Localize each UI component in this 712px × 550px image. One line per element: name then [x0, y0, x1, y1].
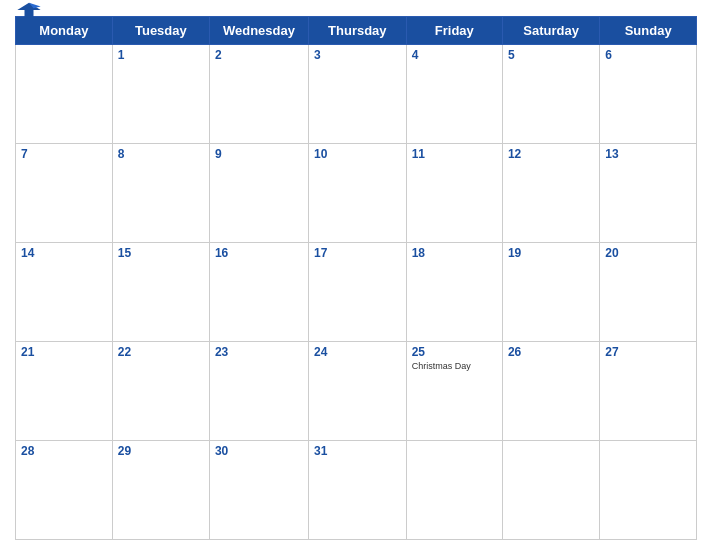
calendar-cell: 30	[209, 441, 308, 540]
calendar-cell: 2	[209, 45, 308, 144]
day-number: 30	[215, 444, 303, 458]
day-number: 15	[118, 246, 204, 260]
svg-marker-0	[17, 3, 40, 17]
day-number: 18	[412, 246, 497, 260]
day-number: 4	[412, 48, 497, 62]
calendar-cell	[600, 441, 697, 540]
day-number: 11	[412, 147, 497, 161]
calendar-cell: 29	[112, 441, 209, 540]
day-number: 12	[508, 147, 594, 161]
calendar-cell: 15	[112, 243, 209, 342]
day-number: 16	[215, 246, 303, 260]
calendar-cell: 8	[112, 144, 209, 243]
calendar-table: MondayTuesdayWednesdayThursdayFridaySatu…	[15, 16, 697, 540]
day-number: 26	[508, 345, 594, 359]
day-header-friday: Friday	[406, 17, 502, 45]
calendar-cell: 22	[112, 342, 209, 441]
day-header-wednesday: Wednesday	[209, 17, 308, 45]
calendar-cell: 4	[406, 45, 502, 144]
calendar-week-2: 78910111213	[16, 144, 697, 243]
calendar-cell: 17	[308, 243, 406, 342]
logo	[15, 1, 47, 19]
calendar-cell: 24	[308, 342, 406, 441]
day-number: 1	[118, 48, 204, 62]
calendar-cell: 23	[209, 342, 308, 441]
day-header-tuesday: Tuesday	[112, 17, 209, 45]
calendar-cell: 6	[600, 45, 697, 144]
calendar-cell: 1	[112, 45, 209, 144]
calendar-cell: 16	[209, 243, 308, 342]
calendar-cell	[406, 441, 502, 540]
day-number: 14	[21, 246, 107, 260]
calendar-cell: 20	[600, 243, 697, 342]
calendar-cell: 14	[16, 243, 113, 342]
calendar-cell: 10	[308, 144, 406, 243]
day-number: 23	[215, 345, 303, 359]
day-number: 17	[314, 246, 401, 260]
day-header-thursday: Thursday	[308, 17, 406, 45]
day-number: 25	[412, 345, 497, 359]
day-number: 28	[21, 444, 107, 458]
calendar-cell: 13	[600, 144, 697, 243]
day-number: 24	[314, 345, 401, 359]
holiday-label: Christmas Day	[412, 361, 497, 371]
calendar-week-5: 28293031	[16, 441, 697, 540]
calendar-week-1: 123456	[16, 45, 697, 144]
calendar-week-3: 14151617181920	[16, 243, 697, 342]
calendar-cell: 28	[16, 441, 113, 540]
calendar-cell: 12	[502, 144, 599, 243]
day-number: 27	[605, 345, 691, 359]
day-number: 7	[21, 147, 107, 161]
calendar-cell: 7	[16, 144, 113, 243]
day-number: 21	[21, 345, 107, 359]
day-number: 2	[215, 48, 303, 62]
day-number: 13	[605, 147, 691, 161]
day-number: 9	[215, 147, 303, 161]
calendar-cell: 5	[502, 45, 599, 144]
day-number: 29	[118, 444, 204, 458]
calendar-cell: 21	[16, 342, 113, 441]
calendar-cell: 11	[406, 144, 502, 243]
day-number: 19	[508, 246, 594, 260]
day-number: 31	[314, 444, 401, 458]
calendar-cell: 18	[406, 243, 502, 342]
calendar-body: 1234567891011121314151617181920212223242…	[16, 45, 697, 540]
calendar-cell: 31	[308, 441, 406, 540]
day-number: 5	[508, 48, 594, 62]
calendar-cell: 26	[502, 342, 599, 441]
calendar-cell	[16, 45, 113, 144]
day-header-saturday: Saturday	[502, 17, 599, 45]
day-number: 20	[605, 246, 691, 260]
logo-bird-icon	[15, 1, 43, 19]
day-number: 10	[314, 147, 401, 161]
day-number: 3	[314, 48, 401, 62]
calendar-cell: 9	[209, 144, 308, 243]
day-header-monday: Monday	[16, 17, 113, 45]
day-number: 6	[605, 48, 691, 62]
calendar-cell: 27	[600, 342, 697, 441]
calendar-cell: 3	[308, 45, 406, 144]
day-number: 8	[118, 147, 204, 161]
calendar-week-4: 2122232425Christmas Day2627	[16, 342, 697, 441]
calendar-header-row: MondayTuesdayWednesdayThursdayFridaySatu…	[16, 17, 697, 45]
calendar-cell: 19	[502, 243, 599, 342]
calendar-cell: 25Christmas Day	[406, 342, 502, 441]
calendar-cell	[502, 441, 599, 540]
day-number: 22	[118, 345, 204, 359]
day-header-sunday: Sunday	[600, 17, 697, 45]
